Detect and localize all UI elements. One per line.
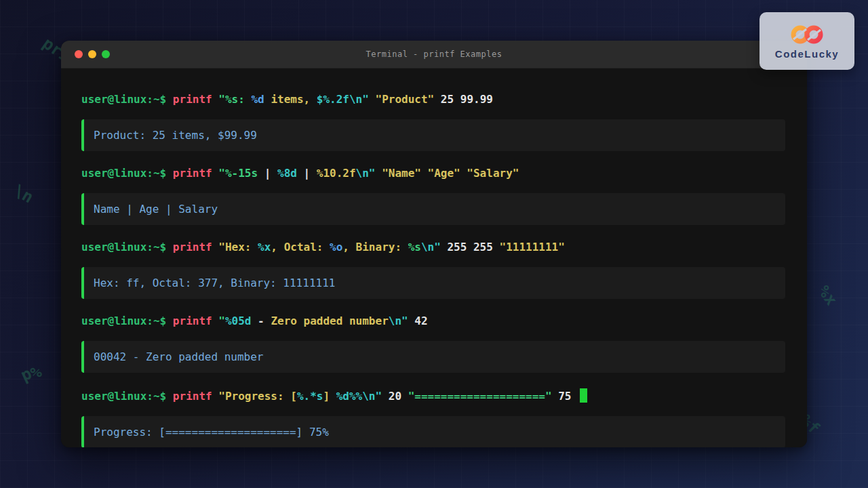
command-segment: printf bbox=[173, 241, 218, 253]
command-segment: %s bbox=[408, 241, 421, 253]
command-segment: user@linux:~$ bbox=[81, 390, 173, 403]
printf-example: user@linux:~$ printf "Hex: %x, Octal: %o… bbox=[81, 241, 785, 299]
window-title: Terminal - printf Examples bbox=[61, 49, 807, 59]
infinity-icon bbox=[785, 22, 829, 47]
command-segment: printf bbox=[173, 167, 218, 180]
brand-badge: CodeLucky bbox=[760, 12, 854, 70]
command-segment: , Octal: bbox=[271, 241, 330, 253]
command-segment: ] bbox=[323, 390, 336, 403]
command-segment: Zero padded number bbox=[271, 314, 388, 327]
command-segment: user@linux:~$ bbox=[81, 93, 173, 106]
output-box: Name | Age | Salary bbox=[81, 193, 785, 225]
command-line: user@linux:~$ printf "Progress: [%.*s] %… bbox=[81, 388, 785, 403]
output-box: Progress: [====================] 75% bbox=[81, 416, 785, 447]
command-segment: %8d bbox=[277, 167, 304, 180]
command-segment: %.*s bbox=[297, 390, 323, 403]
command-segment: | bbox=[304, 167, 317, 180]
command-segment: \n" bbox=[389, 314, 415, 327]
output-box: 00042 - Zero padded number bbox=[81, 341, 785, 373]
command-segment: , Binary: bbox=[342, 241, 408, 253]
command-segment: %o bbox=[330, 241, 342, 253]
command-line: user@linux:~$ printf "Hex: %x, Octal: %o… bbox=[81, 241, 785, 254]
command-segment: 255 255 bbox=[447, 241, 499, 253]
command-segment: \n" bbox=[362, 390, 389, 403]
printf-example: user@linux:~$ printf "%s: %d items, $%.2… bbox=[81, 93, 785, 151]
command-segment: 25 99.99 bbox=[441, 93, 493, 106]
command-segment: user@linux:~$ bbox=[81, 167, 173, 180]
printf-example: user@linux:~$ printf "%-15s | %8d | %10.… bbox=[81, 167, 785, 225]
command-segment: $%.2f\n" bbox=[317, 93, 376, 106]
brand-name: CodeLucky bbox=[775, 48, 839, 60]
command-segment: 42 bbox=[414, 314, 427, 327]
command-line: user@linux:~$ printf "%05d - Zero padded… bbox=[81, 314, 785, 328]
command-segment: | bbox=[264, 167, 277, 180]
output-box: Hex: ff, Octal: 377, Binary: 11111111 bbox=[81, 267, 785, 299]
terminal-window: Terminal - printf Examples user@linux:~$… bbox=[61, 41, 807, 447]
command-segment: %10.2f bbox=[317, 167, 356, 180]
command-segment: printf bbox=[173, 93, 218, 106]
output-text: Product: 25 items, $99.99 bbox=[94, 129, 257, 142]
command-segment: "Hex: bbox=[218, 241, 258, 253]
command-segment: \n" bbox=[356, 167, 382, 180]
command-segment: "%s: bbox=[218, 93, 251, 106]
terminal-cursor bbox=[580, 388, 587, 403]
command-line: user@linux:~$ printf "%-15s | %8d | %10.… bbox=[81, 167, 785, 180]
command-segment: user@linux:~$ bbox=[81, 241, 173, 253]
command-segment: "Progress: [ bbox=[218, 390, 297, 403]
command-segment: user@linux:~$ bbox=[81, 314, 173, 327]
command-line: user@linux:~$ printf "%s: %d items, $%.2… bbox=[81, 93, 785, 106]
output-text: Name | Age | Salary bbox=[94, 203, 218, 216]
command-segment: %x bbox=[258, 241, 271, 253]
command-segment: "%-15s bbox=[218, 167, 264, 180]
command-segment: "====================" bbox=[408, 390, 559, 403]
terminal-body: user@linux:~$ printf "%s: %d items, $%.2… bbox=[61, 68, 807, 447]
command-segment: printf bbox=[173, 314, 218, 327]
command-segment: 20 bbox=[389, 390, 408, 403]
command-segment: "11111111" bbox=[500, 241, 565, 253]
printf-example: user@linux:~$ printf "%05d - Zero padded… bbox=[81, 314, 785, 373]
command-segment: %d%% bbox=[336, 390, 363, 403]
command-segment: - bbox=[258, 314, 271, 327]
command-segment: %d bbox=[251, 93, 271, 106]
output-text: Progress: [====================] 75% bbox=[94, 426, 329, 439]
command-segment: " bbox=[218, 314, 225, 327]
command-segment: %05d bbox=[225, 314, 258, 327]
output-text: Hex: ff, Octal: 377, Binary: 11111111 bbox=[94, 277, 335, 289]
output-box: Product: 25 items, $99.99 bbox=[81, 119, 785, 151]
command-segment: "Product" bbox=[376, 93, 441, 106]
command-segment: items, bbox=[271, 93, 316, 106]
output-text: 00042 - Zero padded number bbox=[94, 350, 263, 363]
printf-example: user@linux:~$ printf "Progress: [%.*s] %… bbox=[81, 388, 785, 447]
command-segment: printf bbox=[173, 390, 218, 403]
terminal-titlebar: Terminal - printf Examples bbox=[61, 41, 807, 68]
command-segment: \n" bbox=[421, 241, 448, 253]
command-segment: 75 bbox=[558, 390, 578, 403]
command-segment: "Name" "Age" "Salary" bbox=[382, 167, 519, 180]
